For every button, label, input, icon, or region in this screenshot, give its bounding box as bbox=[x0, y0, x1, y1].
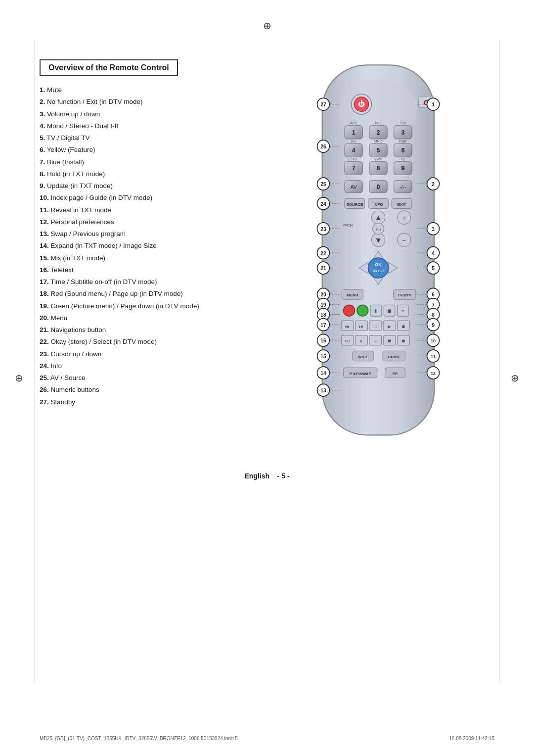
list-item: 11. Reveal in TXT mode bbox=[40, 205, 252, 215]
svg-text:-/--: -/-- bbox=[400, 185, 406, 190]
svg-text:20: 20 bbox=[320, 292, 326, 297]
svg-text:1: 1 bbox=[432, 102, 435, 107]
footer-bar: English - 5 - bbox=[40, 472, 494, 480]
vline-right bbox=[499, 40, 499, 683]
svg-text:5: 5 bbox=[377, 147, 380, 154]
bottom-info: MB25_[GB]_(01-TV)_COST_1055UK_IDTV_32855… bbox=[40, 736, 494, 741]
svg-text:STU: STU bbox=[350, 157, 357, 161]
reg-mark-right: ⊕ bbox=[511, 372, 519, 384]
item-number: 16. bbox=[40, 266, 49, 274]
svg-text:≡: ≡ bbox=[401, 309, 404, 314]
svg-text:◼: ◼ bbox=[387, 308, 392, 314]
svg-text:TXT: TXT bbox=[344, 339, 351, 343]
item-number: 4. bbox=[40, 122, 45, 130]
svg-text:INFO: INFO bbox=[374, 202, 383, 207]
svg-point-69 bbox=[357, 305, 368, 316]
svg-text:6: 6 bbox=[401, 147, 404, 154]
svg-text:12: 12 bbox=[431, 371, 436, 376]
svg-text:6: 6 bbox=[432, 292, 435, 297]
list-item: 17. Time / Subtitle on-off (in DTV mode) bbox=[40, 277, 252, 287]
svg-text:11: 11 bbox=[431, 354, 436, 359]
svg-text:AV: AV bbox=[351, 185, 357, 190]
section-title: Overview of the Remote Control bbox=[40, 59, 178, 76]
svg-text:VWX: VWX bbox=[374, 157, 382, 161]
list-item: 21. Navigations button bbox=[40, 325, 252, 335]
item-number: 20. bbox=[40, 314, 49, 322]
svg-text:0: 0 bbox=[377, 184, 380, 190]
svg-text:JKL: JKL bbox=[351, 140, 356, 143]
item-number: 10. bbox=[40, 194, 49, 201]
svg-text:−: − bbox=[402, 237, 406, 244]
list-item: 22. Okay (store) / Select (in DTV mode) bbox=[40, 337, 252, 347]
svg-text:7: 7 bbox=[352, 165, 356, 172]
svg-text:WIDE: WIDE bbox=[358, 355, 368, 359]
page: ⊕ ⊕ ⊕ Overview of the Remote Control 1. … bbox=[0, 0, 534, 756]
list-item: 26. Numeric buttons bbox=[40, 385, 252, 395]
right-panel: ⏻ 🔇 1 ABC 2 DEF 3 GHI bbox=[262, 59, 494, 442]
svg-text:▼: ▼ bbox=[374, 236, 382, 244]
svg-text:27: 27 bbox=[320, 102, 326, 107]
svg-text:3: 3 bbox=[432, 227, 435, 232]
svg-text:14: 14 bbox=[320, 371, 326, 376]
svg-text:⏻: ⏻ bbox=[358, 100, 365, 108]
list-item: 18. Red (Sound menu) / Page up (in DTV m… bbox=[40, 289, 252, 299]
svg-text:22: 22 bbox=[320, 251, 326, 256]
remote-svg: ⏻ 🔇 1 ABC 2 DEF 3 GHI bbox=[294, 59, 462, 441]
svg-point-68 bbox=[344, 305, 355, 316]
list-item: 5. TV / Digital TV bbox=[40, 133, 252, 143]
svg-text:⏸: ⏸ bbox=[360, 339, 363, 343]
svg-text:26: 26 bbox=[320, 144, 326, 149]
svg-text:9: 9 bbox=[432, 323, 435, 328]
svg-text:+/-: +/- bbox=[373, 339, 377, 343]
item-number: 27. bbox=[40, 398, 49, 406]
page-number: - 5 - bbox=[277, 472, 290, 480]
svg-text:MENU: MENU bbox=[347, 293, 358, 297]
list-item: 24. Info bbox=[40, 361, 252, 371]
svg-text:SOURCE: SOURCE bbox=[346, 202, 363, 207]
svg-text:TV/DTV: TV/DTV bbox=[398, 293, 412, 297]
list-item: 8. Hold (in TXT mode) bbox=[40, 169, 252, 179]
list-item: 4. Mono / Stereo - Dual I-II bbox=[40, 121, 252, 131]
svg-text:PP: PP bbox=[393, 372, 398, 376]
svg-text:4: 4 bbox=[432, 251, 435, 256]
svg-text:19: 19 bbox=[320, 302, 326, 308]
item-number: 7. bbox=[40, 158, 45, 166]
item-number: 8. bbox=[40, 170, 45, 178]
svg-text:PQR: PQR bbox=[400, 140, 407, 143]
item-number: 13. bbox=[40, 230, 49, 237]
list-item: 19. Green (Picture menu) / Page down (in… bbox=[40, 301, 252, 311]
svg-text:⏭: ⏭ bbox=[359, 324, 364, 329]
svg-text:⏺: ⏺ bbox=[401, 338, 405, 343]
item-number: 26. bbox=[40, 386, 49, 393]
list-item: 12. Personal preferences bbox=[40, 217, 252, 227]
svg-text:GHI: GHI bbox=[400, 121, 406, 125]
svg-text:1: 1 bbox=[352, 129, 356, 136]
svg-text:15: 15 bbox=[320, 354, 326, 359]
list-item: 14. Expand (in TXT mode) / Image Size bbox=[40, 241, 252, 251]
svg-text:⏸: ⏸ bbox=[373, 308, 379, 314]
svg-text:⏺: ⏺ bbox=[401, 324, 405, 329]
item-number: 23. bbox=[40, 350, 49, 358]
svg-text:13: 13 bbox=[320, 388, 326, 393]
item-list: 1. Mute2. No function / Exit (in DTV mod… bbox=[40, 85, 252, 407]
svg-text:P/CH: P/CH bbox=[343, 223, 353, 228]
svg-text:23: 23 bbox=[320, 227, 326, 232]
svg-text:17: 17 bbox=[320, 323, 326, 328]
list-item: 20. Menu bbox=[40, 313, 252, 323]
svg-text:P◄P/SWAP: P◄P/SWAP bbox=[350, 372, 372, 376]
list-item: 23. Cursor up / down bbox=[40, 349, 252, 359]
svg-text:DEF: DEF bbox=[375, 121, 382, 125]
svg-text:9: 9 bbox=[401, 165, 404, 172]
list-item: 6. Yellow (Feature) bbox=[40, 145, 252, 155]
svg-text:▶: ▶ bbox=[388, 324, 391, 329]
svg-text:4: 4 bbox=[352, 147, 356, 154]
footer-file: MB25_[GB]_(01-TV)_COST_1055UK_IDTV_32855… bbox=[40, 736, 238, 741]
item-number: 25. bbox=[40, 374, 49, 381]
svg-point-61 bbox=[368, 258, 389, 278]
svg-text:7: 7 bbox=[432, 302, 435, 308]
svg-text:24: 24 bbox=[320, 201, 326, 207]
list-item: 9. Update (in TXT mode) bbox=[40, 181, 252, 191]
list-item: 7. Blue (Install) bbox=[40, 157, 252, 167]
svg-text:18: 18 bbox=[320, 312, 326, 318]
left-panel: Overview of the Remote Control 1. Mute2.… bbox=[40, 59, 252, 409]
